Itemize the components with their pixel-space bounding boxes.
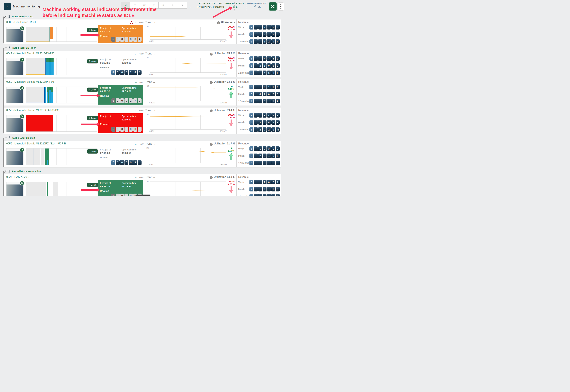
counter-digit: [263, 161, 267, 165]
machine-name[interactable]: 0059 - Mitsubishi Electric ML4020RX (S2)…: [6, 142, 66, 145]
revenue-row: Month€13170: [238, 187, 280, 192]
back-button[interactable]: ‹: [4, 3, 11, 10]
trend-delta: DOWN-1.84 %: [226, 114, 236, 127]
now-arrow-icon: ←: [134, 80, 137, 84]
counter-digit: 0: [124, 98, 128, 103]
day-tab-4[interactable]: F: [158, 2, 168, 9]
day-tab-0[interactable]: M: [121, 2, 130, 9]
revenue-row: Week€9499: [238, 113, 280, 118]
now-indicator[interactable]: ←Now: [118, 142, 143, 146]
counter-digit: 7: [267, 32, 271, 37]
counter-digit: 9: [276, 56, 280, 61]
timeline-zoom-button[interactable]: Zoom: [87, 28, 98, 32]
chart-y-max: 100: [146, 85, 149, 87]
warning-icon: [130, 21, 133, 24]
day-tab-2[interactable]: W: [140, 2, 149, 9]
day-tab-5[interactable]: S: [168, 2, 177, 9]
more-menu-button[interactable]: [278, 2, 284, 11]
day-tab-3[interactable]: T: [149, 2, 159, 9]
info-icon[interactable]: i: [210, 81, 213, 84]
group-bracket: [3, 138, 4, 167]
revenue-row: Month€23462: [238, 154, 280, 158]
trend-arrow-icon: →: [153, 109, 156, 112]
now-indicator[interactable]: ←Now: [118, 21, 143, 24]
photo-zoom-button[interactable]: [20, 57, 24, 62]
operation-time-value: 02:39:12: [121, 61, 137, 64]
counter-digit: 2: [276, 180, 280, 184]
horizontal-scrollbar-thumb[interactable]: [135, 195, 150, 196]
counter-digit: 1: [263, 39, 267, 44]
info-icon[interactable]: i: [210, 110, 213, 112]
first-job-label: First job at:: [100, 27, 121, 29]
machine-photo: [6, 58, 24, 75]
revenue-column: RevenueWeek€12113Month€4702012 months€61…: [237, 79, 281, 106]
machine-timeline: [26, 86, 97, 103]
photo-zoom-button[interactable]: [20, 181, 24, 185]
revenue-period-label: Month: [238, 93, 249, 95]
photo-zoom-button[interactable]: [20, 26, 24, 31]
status-panel: First job at:08:02:37Operation time:00:0…: [98, 25, 143, 43]
timeline-zoom-button[interactable]: Zoom: [87, 149, 98, 154]
info-icon[interactable]: i: [210, 53, 213, 56]
counter-digit: 0: [124, 70, 128, 75]
factory-time-prev-icon[interactable]: ←: [188, 4, 192, 9]
now-indicator[interactable]: ←Now: [118, 176, 143, 179]
counter-digit: -: [276, 161, 280, 165]
euro-icon: €: [249, 146, 253, 151]
now-arrow-icon: ←: [134, 52, 137, 56]
machine-name[interactable]: 0026 - RAS 79.26-2: [6, 176, 29, 179]
revenue-title: Revenue: [238, 80, 249, 83]
operation-time-label: Operation time:: [121, 27, 137, 29]
timeline-zoom-button[interactable]: Zoom: [87, 183, 98, 187]
counter-digit: k: [276, 194, 280, 196]
day-tab-6[interactable]: S: [177, 2, 187, 9]
photo-zoom-button[interactable]: [20, 114, 24, 119]
counter-digit: 8: [267, 180, 271, 184]
counter-digit: 0: [276, 63, 280, 68]
photo-zoom-button[interactable]: [20, 148, 24, 152]
info-icon[interactable]: i: [210, 176, 213, 179]
counter-digit: 6: [267, 70, 271, 75]
utilization-value: iUtilization 65.2 %: [183, 52, 235, 56]
counter-digit: 0: [120, 70, 124, 75]
now-indicator[interactable]: ←Now: [118, 80, 143, 84]
day-tab-1[interactable]: T: [130, 2, 140, 9]
machine-card: 0059 - Mitsubishi Electric ML4020RX (S2)…: [4, 141, 281, 168]
counter-digit: [271, 161, 275, 165]
now-indicator[interactable]: ←Now: [118, 52, 143, 56]
group-bracket: [3, 171, 4, 196]
counter-digit: 3: [267, 56, 271, 61]
chart-date-start: 06/12/21: [149, 40, 155, 42]
fullscreen-button[interactable]: [269, 2, 277, 11]
timeline-activity-bar: [45, 149, 46, 165]
counter-digit: 2: [263, 120, 267, 125]
counter-digit: m: [276, 127, 280, 132]
machine-name[interactable]: 0005 - Finn-Power TRS6FB: [6, 21, 38, 24]
counter-digit: 0: [129, 127, 133, 132]
revenue-period-label: Week: [238, 114, 249, 117]
counter-digit: 0: [133, 37, 137, 42]
machine-name[interactable]: 0049 - Mitsubishi Electric ML3015GX-F80: [6, 52, 54, 55]
info-icon[interactable]: i: [210, 143, 213, 146]
counter-digit: 4: [267, 113, 271, 118]
revenue-period-label: Month: [238, 188, 249, 191]
trend-arrow-icon: →: [153, 21, 156, 24]
counter-digit: 1: [267, 85, 271, 89]
timeline-activity-bar: [49, 58, 51, 75]
timeline-zoom-button[interactable]: Zoom: [87, 116, 98, 120]
machine-name[interactable]: 0050 - Mitsubishi Electric ML3015eX-F80: [6, 80, 54, 83]
operation-time-value: 00:03:00: [121, 30, 137, 33]
working-assets-value: 6: [236, 5, 238, 9]
timeline-activity-bar: [45, 87, 45, 103]
counter-digit: [258, 180, 262, 184]
timeline-zoom-button[interactable]: Zoom: [87, 59, 98, 63]
counter-digit: [258, 161, 262, 165]
machine-name[interactable]: 0052 - Mitsubishi Electric ML3015GX-F80(…: [6, 109, 60, 112]
counter-digit: [254, 85, 258, 89]
now-indicator[interactable]: ←Now: [118, 109, 143, 112]
counter-digit: 1: [258, 146, 262, 151]
info-icon[interactable]: i: [217, 21, 220, 24]
trend-label: Trend →: [145, 176, 156, 179]
photo-zoom-button[interactable]: [20, 86, 24, 90]
timeline-zoom-button[interactable]: Zoom: [87, 87, 98, 92]
